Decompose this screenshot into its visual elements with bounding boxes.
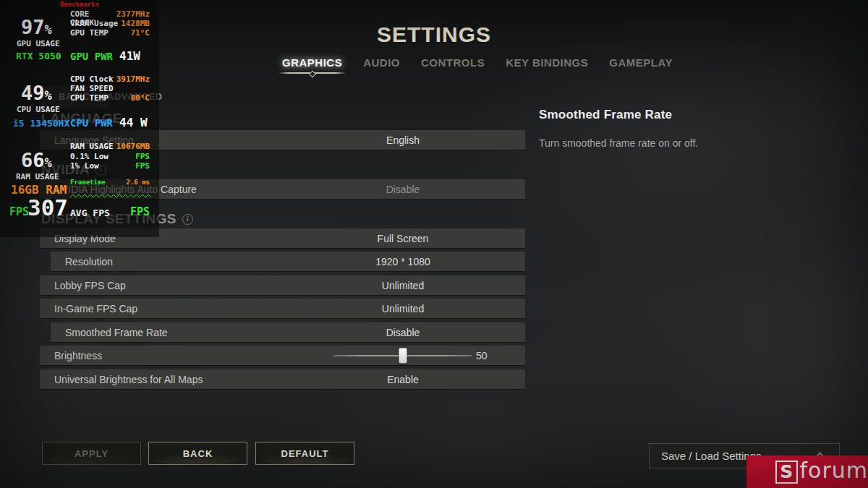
pubg-settings-screen: SETTINGS GRAPHICS AUDIO CONTROLS KEY BIN… (0, 0, 868, 488)
vignette (0, 0, 868, 488)
